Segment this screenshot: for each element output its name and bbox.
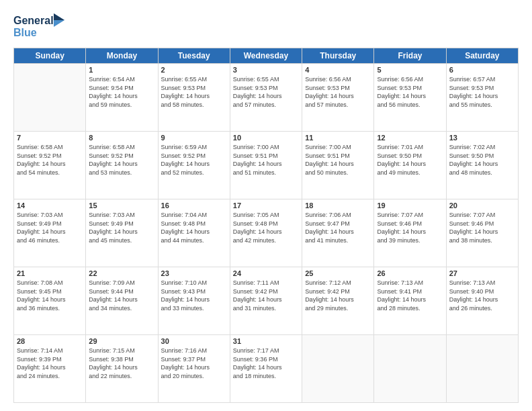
day-info: Sunrise: 7:12 AM Sunset: 9:42 PM Dayligh… xyxy=(305,279,371,312)
day-info: Sunrise: 7:00 AM Sunset: 9:51 PM Dayligh… xyxy=(233,143,299,177)
day-info: Sunrise: 7:16 AM Sunset: 9:37 PM Dayligh… xyxy=(161,347,227,380)
day-number: 25 xyxy=(305,269,371,277)
header: GeneralBlue xyxy=(13,11,519,41)
day-info: Sunrise: 7:03 AM Sunset: 9:49 PM Dayligh… xyxy=(17,211,83,244)
day-number: 28 xyxy=(17,337,83,345)
day-info: Sunrise: 7:00 AM Sunset: 9:51 PM Dayligh… xyxy=(305,143,371,177)
day-info: Sunrise: 7:02 AM Sunset: 9:50 PM Dayligh… xyxy=(449,143,515,177)
calendar-cell: 10Sunrise: 7:00 AM Sunset: 9:51 PM Dayli… xyxy=(230,132,302,199)
weekday-header-sunday: Sunday xyxy=(14,48,86,64)
day-number: 4 xyxy=(305,66,371,74)
calendar-cell xyxy=(446,335,518,403)
weekday-header-row: SundayMondayTuesdayWednesdayThursdayFrid… xyxy=(14,48,519,64)
day-number: 27 xyxy=(449,269,515,277)
calendar-cell: 31Sunrise: 7:17 AM Sunset: 9:36 PM Dayli… xyxy=(230,335,302,403)
day-number: 17 xyxy=(233,201,299,210)
day-info: Sunrise: 7:07 AM Sunset: 9:46 PM Dayligh… xyxy=(377,211,443,244)
day-info: Sunrise: 7:08 AM Sunset: 9:45 PM Dayligh… xyxy=(17,279,83,312)
calendar-cell: 20Sunrise: 7:07 AM Sunset: 9:46 PM Dayli… xyxy=(446,199,518,267)
calendar-cell: 14Sunrise: 7:03 AM Sunset: 9:49 PM Dayli… xyxy=(14,199,86,267)
calendar-cell: 23Sunrise: 7:10 AM Sunset: 9:43 PM Dayli… xyxy=(158,267,230,335)
calendar-cell: 27Sunrise: 7:13 AM Sunset: 9:40 PM Dayli… xyxy=(446,267,518,335)
day-number: 30 xyxy=(161,337,227,345)
day-number: 29 xyxy=(89,337,154,345)
calendar-table: SundayMondayTuesdayWednesdayThursdayFrid… xyxy=(13,48,519,403)
day-info: Sunrise: 6:58 AM Sunset: 9:52 PM Dayligh… xyxy=(89,143,154,177)
day-info: Sunrise: 7:05 AM Sunset: 9:48 PM Dayligh… xyxy=(233,211,299,244)
day-info: Sunrise: 7:15 AM Sunset: 9:38 PM Dayligh… xyxy=(89,347,154,380)
day-number: 8 xyxy=(89,134,154,142)
day-number: 19 xyxy=(377,201,443,210)
calendar-cell: 11Sunrise: 7:00 AM Sunset: 9:51 PM Dayli… xyxy=(302,132,374,199)
calendar-cell: 25Sunrise: 7:12 AM Sunset: 9:42 PM Dayli… xyxy=(302,267,374,335)
logo: GeneralBlue xyxy=(13,11,67,41)
calendar-cell: 8Sunrise: 6:58 AM Sunset: 9:52 PM Daylig… xyxy=(86,132,158,199)
day-info: Sunrise: 7:06 AM Sunset: 9:47 PM Dayligh… xyxy=(305,211,371,244)
weekday-header-saturday: Saturday xyxy=(446,48,518,64)
day-info: Sunrise: 7:03 AM Sunset: 9:49 PM Dayligh… xyxy=(89,211,154,244)
calendar-cell: 7Sunrise: 6:58 AM Sunset: 9:52 PM Daylig… xyxy=(14,132,86,199)
calendar-cell: 4Sunrise: 6:56 AM Sunset: 9:53 PM Daylig… xyxy=(302,64,374,132)
calendar-cell: 5Sunrise: 6:56 AM Sunset: 9:53 PM Daylig… xyxy=(374,64,446,132)
day-number: 1 xyxy=(89,66,154,74)
calendar-cell: 15Sunrise: 7:03 AM Sunset: 9:49 PM Dayli… xyxy=(86,199,158,267)
svg-text:Blue: Blue xyxy=(13,27,37,38)
weekday-header-thursday: Thursday xyxy=(302,48,374,64)
day-number: 22 xyxy=(89,269,154,277)
day-info: Sunrise: 7:17 AM Sunset: 9:36 PM Dayligh… xyxy=(233,347,299,380)
day-info: Sunrise: 6:54 AM Sunset: 9:54 PM Dayligh… xyxy=(89,75,154,109)
day-number: 9 xyxy=(161,134,227,142)
day-info: Sunrise: 7:07 AM Sunset: 9:46 PM Dayligh… xyxy=(449,211,515,244)
weekday-header-monday: Monday xyxy=(86,48,158,64)
day-number: 11 xyxy=(305,134,371,142)
weekday-header-wednesday: Wednesday xyxy=(230,48,302,64)
svg-text:General: General xyxy=(13,15,54,26)
day-number: 13 xyxy=(449,134,515,142)
calendar-cell xyxy=(374,335,446,403)
day-info: Sunrise: 6:59 AM Sunset: 9:52 PM Dayligh… xyxy=(161,143,227,177)
calendar-cell: 26Sunrise: 7:13 AM Sunset: 9:41 PM Dayli… xyxy=(374,267,446,335)
day-number: 7 xyxy=(17,134,83,142)
day-info: Sunrise: 6:55 AM Sunset: 9:53 PM Dayligh… xyxy=(161,75,227,109)
page: GeneralBlue SundayMondayTuesdayWednesday… xyxy=(0,0,532,411)
day-info: Sunrise: 6:56 AM Sunset: 9:53 PM Dayligh… xyxy=(305,75,371,109)
calendar-cell: 3Sunrise: 6:55 AM Sunset: 9:53 PM Daylig… xyxy=(230,64,302,132)
day-number: 10 xyxy=(233,134,299,142)
calendar-cell: 19Sunrise: 7:07 AM Sunset: 9:46 PM Dayli… xyxy=(374,199,446,267)
svg-marker-3 xyxy=(54,13,64,20)
calendar-cell: 28Sunrise: 7:14 AM Sunset: 9:39 PM Dayli… xyxy=(14,335,86,403)
week-row-2: 7Sunrise: 6:58 AM Sunset: 9:52 PM Daylig… xyxy=(14,132,519,199)
day-info: Sunrise: 7:13 AM Sunset: 9:40 PM Dayligh… xyxy=(449,279,515,312)
day-info: Sunrise: 7:09 AM Sunset: 9:44 PM Dayligh… xyxy=(89,279,154,312)
weekday-header-tuesday: Tuesday xyxy=(158,48,230,64)
day-number: 5 xyxy=(377,66,443,74)
day-info: Sunrise: 7:04 AM Sunset: 9:48 PM Dayligh… xyxy=(161,211,227,244)
week-row-1: 1Sunrise: 6:54 AM Sunset: 9:54 PM Daylig… xyxy=(14,64,519,132)
day-number: 31 xyxy=(233,337,299,345)
day-number: 2 xyxy=(161,66,227,74)
day-info: Sunrise: 6:58 AM Sunset: 9:52 PM Dayligh… xyxy=(17,143,83,177)
day-number: 3 xyxy=(233,66,299,74)
calendar-cell: 22Sunrise: 7:09 AM Sunset: 9:44 PM Dayli… xyxy=(86,267,158,335)
calendar-cell: 21Sunrise: 7:08 AM Sunset: 9:45 PM Dayli… xyxy=(14,267,86,335)
day-info: Sunrise: 7:14 AM Sunset: 9:39 PM Dayligh… xyxy=(17,347,83,380)
calendar-cell: 1Sunrise: 6:54 AM Sunset: 9:54 PM Daylig… xyxy=(86,64,158,132)
day-info: Sunrise: 6:55 AM Sunset: 9:53 PM Dayligh… xyxy=(233,75,299,109)
day-number: 14 xyxy=(17,201,83,210)
day-number: 26 xyxy=(377,269,443,277)
day-number: 16 xyxy=(161,201,227,210)
day-number: 21 xyxy=(17,269,83,277)
week-row-3: 14Sunrise: 7:03 AM Sunset: 9:49 PM Dayli… xyxy=(14,199,519,267)
calendar-cell: 29Sunrise: 7:15 AM Sunset: 9:38 PM Dayli… xyxy=(86,335,158,403)
calendar-cell: 12Sunrise: 7:01 AM Sunset: 9:50 PM Dayli… xyxy=(374,132,446,199)
calendar-cell: 17Sunrise: 7:05 AM Sunset: 9:48 PM Dayli… xyxy=(230,199,302,267)
day-number: 12 xyxy=(377,134,443,142)
day-info: Sunrise: 7:01 AM Sunset: 9:50 PM Dayligh… xyxy=(377,143,443,177)
day-info: Sunrise: 7:10 AM Sunset: 9:43 PM Dayligh… xyxy=(161,279,227,312)
calendar-cell: 13Sunrise: 7:02 AM Sunset: 9:50 PM Dayli… xyxy=(446,132,518,199)
weekday-header-friday: Friday xyxy=(374,48,446,64)
day-info: Sunrise: 7:13 AM Sunset: 9:41 PM Dayligh… xyxy=(377,279,443,312)
week-row-5: 28Sunrise: 7:14 AM Sunset: 9:39 PM Dayli… xyxy=(14,335,519,403)
day-info: Sunrise: 6:56 AM Sunset: 9:53 PM Dayligh… xyxy=(377,75,443,109)
calendar-cell xyxy=(14,64,86,132)
